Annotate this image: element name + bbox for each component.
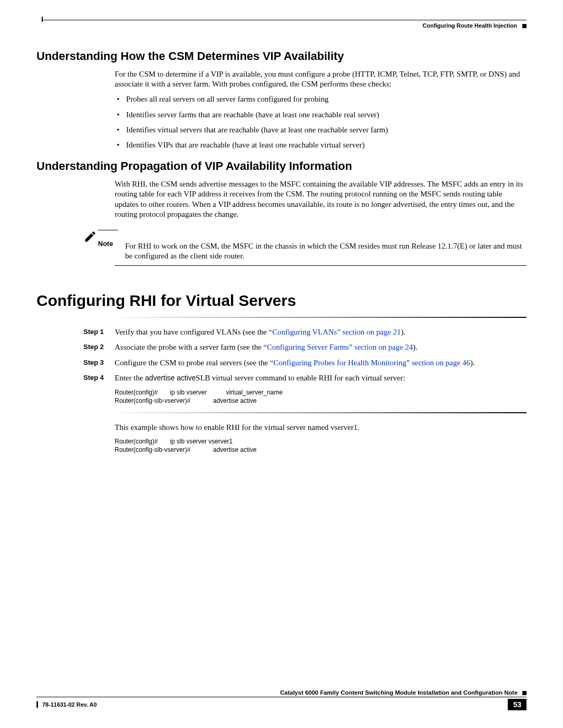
step-row: Step 3 Configure the CSM to probe real s… (83, 358, 527, 368)
step-text: Associate the probe with a server farm (… (115, 342, 527, 352)
step-label: Step 4 (83, 373, 115, 383)
xref-link[interactable]: “Configuring Probes for Health Monitorin… (270, 359, 470, 367)
xref-link[interactable]: “Configuring VLANs” section on page 21 (268, 328, 400, 336)
list-item: Probes all real servers on all server fa… (126, 94, 527, 104)
code-block: Router(config)# ip slb vserver virtual_s… (115, 388, 527, 405)
step-row: Step 2 Associate the probe with a server… (83, 342, 527, 352)
example-paragraph: This example shows how to enable RHI for… (115, 423, 527, 433)
chapter-title: Configuring Route Health Injection (423, 22, 518, 29)
checks-list: Probes all real servers on all server fa… (115, 94, 527, 150)
pencil-icon (83, 230, 98, 246)
step-label: Step 3 (83, 358, 115, 368)
step-text: Configure the CSM to probe real servers … (115, 358, 527, 368)
running-header: Configuring Route Health Injection (36, 22, 527, 29)
page-footer: Catalyst 6000 Family Content Switching M… (36, 689, 527, 710)
intro-paragraph: For the CSM to determine if a VIP is ava… (115, 69, 527, 89)
note-label: Note (98, 230, 118, 248)
header-marker (522, 22, 527, 29)
propagation-paragraph: With RHI, the CSM sends advertise messag… (115, 179, 527, 219)
page-number: 53 (508, 699, 527, 710)
list-item: Identifies virtual servers that are reac… (126, 125, 527, 135)
note-block: Note For RHI to work on the CSM, the MSF… (83, 230, 527, 261)
list-item: Identifies VIPs that are reachable (have… (126, 140, 527, 150)
command-text: advertise active (145, 374, 195, 382)
list-item: Identifies server farms that are reachab… (126, 110, 527, 120)
step-row: Step 4 Enter the advertise activeSLB vir… (83, 373, 527, 383)
section-heading-vip-availability: Understanding How the CSM Determines VIP… (36, 50, 527, 63)
header-rule (42, 20, 527, 20)
doc-title: Catalyst 6000 Family Content Switching M… (280, 689, 518, 696)
code-block: Router(config)# ip slb vserver vserver1 … (115, 437, 527, 454)
step-text: Enter the advertise activeSLB virtual se… (115, 373, 527, 383)
xref-link[interactable]: “Configuring Server Farms” section on pa… (263, 343, 413, 351)
doc-rev: 78-11631-02 Rev. A0 (36, 701, 97, 708)
footer-marker (522, 691, 527, 695)
step-row: Step 1 Verify that you have configured V… (83, 327, 527, 337)
header-tick (42, 17, 43, 22)
section-heading-propagation: Understanding Propagation of VIP Availab… (36, 159, 527, 173)
note-text: For RHI to work on the CSM, the MSFC in … (125, 230, 527, 261)
gradient-rule (115, 317, 527, 318)
step-text: Verify that you have configured VLANs (s… (115, 327, 527, 337)
step-label: Step 1 (83, 327, 115, 337)
step-label: Step 2 (83, 342, 115, 352)
section-heading-configuring-rhi: Configuring RHI for Virtual Servers (36, 292, 527, 310)
note-underline (115, 265, 527, 266)
gradient-rule (115, 412, 527, 413)
